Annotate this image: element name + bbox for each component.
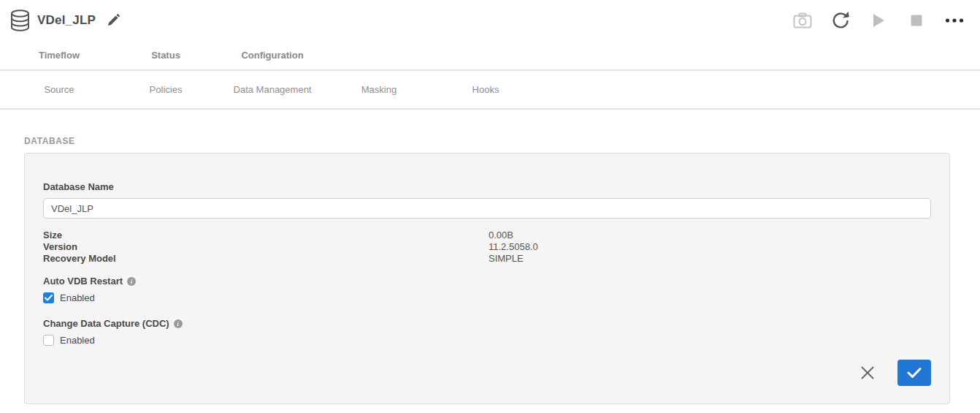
snapshot-camera-icon[interactable] xyxy=(792,10,814,31)
cdc-group: Change Data Capture (CDC) i Enabled xyxy=(43,318,931,346)
auto-vdb-restart-checkbox-row[interactable]: Enabled xyxy=(43,292,931,303)
database-name-input[interactable] xyxy=(43,198,931,219)
start-play-icon xyxy=(868,10,889,31)
auto-vdb-restart-label: Auto VDB Restart i xyxy=(43,276,931,287)
confirm-check-button[interactable] xyxy=(897,360,931,386)
database-name-label: Database Name xyxy=(43,181,931,192)
subtab-source[interactable]: Source xyxy=(6,84,112,95)
version-value: 11.2.5058.0 xyxy=(489,241,538,253)
auto-vdb-restart-checkbox[interactable] xyxy=(43,292,54,303)
recovery-model-value: SIMPLE xyxy=(489,253,524,265)
database-icon xyxy=(10,10,30,31)
cdc-enabled-label: Enabled xyxy=(60,335,95,346)
ellipsis-menu-icon[interactable] xyxy=(943,10,965,31)
cancel-x-icon[interactable] xyxy=(860,365,876,381)
primary-tabs: Timeflow Status Configuration xyxy=(0,40,980,71)
version-label: Version xyxy=(43,241,489,253)
tab-timeflow[interactable]: Timeflow xyxy=(6,50,112,61)
info-icon[interactable]: i xyxy=(174,319,183,328)
info-icon[interactable]: i xyxy=(127,277,136,286)
edit-pencil-icon[interactable] xyxy=(106,13,120,28)
refresh-icon[interactable] xyxy=(830,10,851,31)
auto-vdb-restart-enabled-label: Enabled xyxy=(60,292,95,303)
subtab-hooks[interactable]: Hooks xyxy=(432,84,539,95)
cdc-checkbox[interactable] xyxy=(43,335,54,346)
tab-status[interactable]: Status xyxy=(112,50,219,61)
cdc-checkbox-row[interactable]: Enabled xyxy=(43,335,931,346)
cdc-label: Change Data Capture (CDC) i xyxy=(43,318,931,329)
section-title-database: DATABASE xyxy=(24,136,956,146)
subtab-masking[interactable]: Masking xyxy=(326,84,432,95)
size-label: Size xyxy=(43,230,489,241)
info-row-version: Version 11.2.5058.0 xyxy=(43,241,931,253)
header-actions xyxy=(776,10,965,31)
header: VDel_JLP xyxy=(0,0,980,40)
database-info-rows: Size 0.00B Version 11.2.5058.0 Recovery … xyxy=(43,230,931,265)
size-value: 0.00B xyxy=(489,230,513,241)
subtab-policies[interactable]: Policies xyxy=(112,84,219,95)
configuration-subtabs: Source Policies Data Management Masking … xyxy=(0,71,980,110)
recovery-model-label: Recovery Model xyxy=(43,253,489,265)
database-panel: Database Name Size 0.00B Version 11.2.50… xyxy=(24,153,950,404)
auto-vdb-restart-text: Auto VDB Restart xyxy=(43,276,123,287)
info-row-recovery-model: Recovery Model SIMPLE xyxy=(43,253,931,265)
panel-actions xyxy=(860,360,931,386)
info-row-size: Size 0.00B xyxy=(43,230,931,241)
subtab-data-management[interactable]: Data Management xyxy=(219,84,326,95)
tab-configuration[interactable]: Configuration xyxy=(219,50,326,61)
content-area: DATABASE Database Name Size 0.00B Versio… xyxy=(0,136,980,404)
auto-vdb-restart-group: Auto VDB Restart i Enabled xyxy=(43,276,931,303)
page-title: VDel_JLP xyxy=(37,13,96,28)
cdc-text: Change Data Capture (CDC) xyxy=(43,318,169,329)
stop-icon xyxy=(906,10,927,31)
